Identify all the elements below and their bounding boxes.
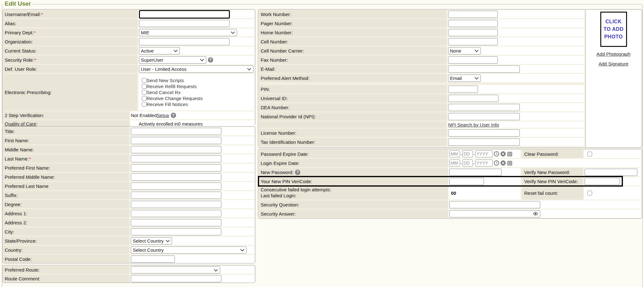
your-new-pin-vericode-value-cell <box>449 177 520 185</box>
time-picker-icon[interactable] <box>494 151 499 157</box>
address-1-input[interactable] <box>131 210 221 217</box>
login-expire-date-month-input[interactable] <box>449 160 460 166</box>
login-expire-date-date-picker: -- <box>449 160 513 166</box>
dea-number-input[interactable] <box>448 104 520 111</box>
degree-label: Degree: <box>5 202 21 207</box>
chevron-down-icon <box>231 30 235 34</box>
clear-date-icon[interactable] <box>500 160 506 166</box>
row-home-number: Home Number: <box>259 28 584 37</box>
universal-id-input[interactable] <box>448 95 498 102</box>
npi-search-by-user-info-link[interactable]: NPI Search by User Info <box>448 122 499 127</box>
row-preferred-last-name: Preferred Last Name <box>3 182 254 190</box>
security-role-select[interactable]: SuperUser <box>139 56 206 64</box>
def-user-role-value-cell: User - Limited Access <box>138 65 254 73</box>
add-photo-box[interactable]: CLICK TO ADD PHOTO <box>600 12 627 47</box>
work-number-input[interactable] <box>448 11 498 18</box>
new-password-input[interactable] <box>449 169 502 176</box>
middle-name-input[interactable] <box>131 146 221 153</box>
security-answer-input[interactable] <box>449 210 540 217</box>
photo-placeholder-line: PHOTO <box>604 34 623 40</box>
preferred-last-name-label: Preferred Last Name <box>5 183 48 189</box>
quality-of-care-link[interactable]: Quality of Care <box>5 121 36 127</box>
preferred-alert-method-select[interactable]: Email <box>448 75 481 82</box>
receive-fill-notices-option: Receive Fill Notices <box>139 102 203 107</box>
preferred-last-name-input[interactable] <box>131 183 221 190</box>
e-mail-input[interactable] <box>448 65 520 73</box>
tax-identification-number-input[interactable] <box>448 138 520 146</box>
preferred-route-label: Preferred Route: <box>5 267 40 273</box>
verify-new-pin-vericode-input[interactable] <box>585 178 619 185</box>
2-step-verification-label: 2 Step Verification: <box>5 113 44 118</box>
calendar-icon[interactable] <box>507 160 513 166</box>
last-name-label: Last Name: <box>5 156 29 161</box>
send-new-scripts-checkbox[interactable] <box>142 78 147 83</box>
current-status-select[interactable]: Active <box>139 47 180 54</box>
degree-input[interactable] <box>131 201 221 208</box>
city-input[interactable] <box>131 228 221 235</box>
verify-new-password-input[interactable] <box>585 169 637 176</box>
password-expire-date-day-input[interactable] <box>462 150 473 157</box>
last-name-input[interactable] <box>131 155 221 162</box>
reset-fail-count-checkbox[interactable] <box>587 191 592 195</box>
cell-number-input[interactable] <box>448 38 498 45</box>
primary-dept-select[interactable]: MIE <box>139 29 237 36</box>
pin-input[interactable] <box>448 86 478 93</box>
add-photograph-link[interactable]: Add Photograph <box>597 51 630 57</box>
fax-number-value-cell <box>447 56 584 64</box>
send-cancel-rx-checkbox[interactable] <box>142 90 147 95</box>
receive-refill-requests-checkbox[interactable] <box>142 84 147 89</box>
security-question-input[interactable] <box>449 201 540 208</box>
photo-placeholder-line: TO ADD <box>603 26 623 32</box>
def-user-role-select[interactable]: User - Limited Access <box>139 65 253 73</box>
preferred-middle-name-input[interactable] <box>131 173 221 181</box>
receive-change-requests-checkbox[interactable] <box>142 96 147 101</box>
required-marker: * <box>29 156 31 161</box>
setup-link[interactable]: Setup <box>157 113 169 118</box>
organization-input[interactable] <box>139 38 230 45</box>
address-2-input[interactable] <box>131 219 221 226</box>
license-number-input[interactable] <box>448 129 520 137</box>
country-select[interactable]: Select Country <box>131 246 247 254</box>
row-route-comment: Route Comment: <box>3 275 254 283</box>
row-work-number: Work Number: <box>259 10 584 18</box>
verify-new-password-label: Verify New Password: <box>524 170 570 175</box>
home-number-input[interactable] <box>448 29 498 36</box>
preferred-route-select[interactable] <box>131 266 220 273</box>
help-icon[interactable]: ? <box>295 170 300 175</box>
current-status-value-cell: Active <box>138 47 254 55</box>
receive-fill-notices-checkbox[interactable] <box>142 102 147 107</box>
postal-code-input[interactable] <box>131 256 175 263</box>
state-province-select[interactable]: Select Country <box>131 237 172 245</box>
password-expire-date-year-input[interactable] <box>475 150 493 157</box>
add-signature-link[interactable]: Add Signature <box>598 61 628 66</box>
national-provider-id-npi-input[interactable] <box>448 113 520 120</box>
suffix-input[interactable] <box>131 192 221 199</box>
time-picker-icon[interactable] <box>494 160 499 166</box>
password-expire-date-month-input[interactable] <box>449 150 460 157</box>
preferred-route-label-cell: Preferred Route: <box>3 266 129 274</box>
address-2-value-cell <box>130 218 254 227</box>
clear-password-checkbox[interactable] <box>587 152 592 156</box>
cell-number-carrier-select[interactable]: None <box>448 47 481 54</box>
login-expire-date-year-input[interactable] <box>475 160 493 166</box>
route-comment-input[interactable] <box>131 275 221 282</box>
login-expire-date-day-input[interactable] <box>462 160 473 166</box>
show-value-eye-icon[interactable] <box>533 212 538 216</box>
your-new-pin-vericode-input[interactable] <box>449 178 484 185</box>
help-icon[interactable]: ? <box>208 57 213 63</box>
clear-date-icon[interactable] <box>500 151 506 157</box>
username-email-input[interactable] <box>139 10 230 19</box>
first-name-input[interactable] <box>131 137 221 144</box>
preferred-first-name-input[interactable] <box>131 164 221 172</box>
calendar-icon[interactable] <box>507 151 513 157</box>
fax-number-input[interactable] <box>448 56 498 64</box>
reset-fail-count-value-cell <box>584 186 641 200</box>
row-universal-id: Universal ID: <box>259 94 584 102</box>
clear-password-label-cell: Clear Password: <box>522 150 583 158</box>
pager-number-input[interactable] <box>448 20 498 27</box>
last-name-value-cell <box>130 155 254 163</box>
help-icon[interactable]: ? <box>171 113 176 118</box>
alias-input[interactable] <box>139 20 230 27</box>
tax-identification-number-value-cell <box>447 138 584 146</box>
title-input[interactable] <box>131 128 221 135</box>
